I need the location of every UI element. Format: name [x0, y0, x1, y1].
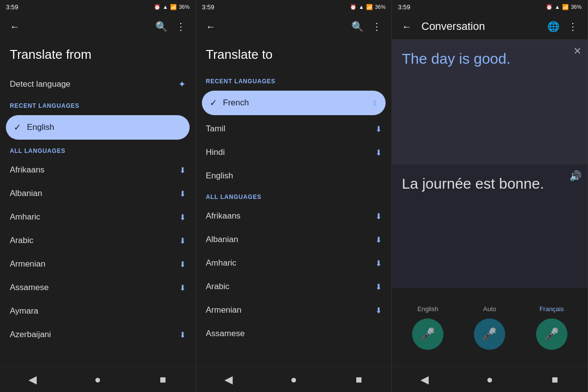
- status-icons-1: ⏰ ▲ 📶 36%: [154, 4, 190, 10]
- mic-button-auto[interactable]: 🎤: [474, 318, 505, 350]
- lang-name: English: [206, 171, 233, 181]
- back-nav-2[interactable]: ◀: [214, 370, 244, 390]
- more-icon-3[interactable]: ⋮: [564, 18, 582, 35]
- source-text-box: The day is good. ✕: [392, 39, 588, 164]
- back-button-2[interactable]: ←: [202, 18, 220, 35]
- page-title-2: Translate to: [196, 39, 392, 72]
- list-item[interactable]: Amharic ⬇: [196, 251, 392, 275]
- mic-icon-auto: 🎤: [482, 327, 497, 341]
- download-icon[interactable]: ⬇: [179, 189, 186, 198]
- mic-section: English Auto Français 🎤 🎤 🎤: [392, 288, 588, 367]
- back-nav-1[interactable]: ◀: [18, 370, 48, 390]
- more-icon-1[interactable]: ⋮: [172, 18, 190, 35]
- search-icon-1[interactable]: 🔍: [152, 18, 170, 35]
- lang-name: Arabic: [206, 282, 229, 292]
- list-item[interactable]: Assamese ⬇: [0, 276, 196, 299]
- list-item[interactable]: Albanian ⬇: [196, 228, 392, 251]
- signal-icon-3: 📶: [562, 4, 569, 10]
- home-nav-1[interactable]: ●: [83, 370, 113, 390]
- list-item[interactable]: Azerbaijani ⬇: [0, 323, 196, 346]
- list-item[interactable]: English: [196, 164, 392, 188]
- lang-name: Assamese: [10, 283, 49, 293]
- lang-name: Assamese: [206, 329, 245, 339]
- mic-label-english: English: [403, 305, 452, 313]
- status-icons-2: ⏰ ▲ 📶 36%: [350, 4, 386, 10]
- download-icon[interactable]: ⬇: [179, 260, 186, 269]
- back-button-1[interactable]: ←: [6, 18, 24, 35]
- download-icon[interactable]: ⬇: [375, 124, 382, 134]
- download-icon[interactable]: ⬇: [179, 213, 186, 222]
- mic-labels: English Auto Français: [392, 305, 588, 313]
- status-time-2: 3:59: [202, 3, 214, 11]
- language-item-english-selected[interactable]: ✓ English: [6, 115, 190, 140]
- wifi-icon-2: ▲: [359, 4, 364, 10]
- back-button-3[interactable]: ←: [398, 18, 416, 35]
- status-time-1: 3:59: [6, 3, 18, 11]
- mic-button-french[interactable]: 🎤: [536, 318, 567, 350]
- download-icon[interactable]: ⬇: [179, 330, 186, 340]
- lang-name: Amharic: [206, 258, 236, 268]
- download-icon[interactable]: ⬇: [179, 166, 186, 175]
- home-nav-2[interactable]: ●: [279, 370, 309, 390]
- download-icon-french[interactable]: ⬇: [371, 98, 378, 108]
- page-title-1: Translate from: [0, 39, 196, 72]
- mic-icon-french: 🎤: [544, 327, 559, 341]
- list-item[interactable]: Amharic ⬇: [0, 205, 196, 229]
- all-label-1: ALL LANGUAGES: [0, 142, 196, 158]
- battery-text-2: 36%: [375, 4, 386, 10]
- list-item[interactable]: Armenian ⬇: [196, 298, 392, 322]
- list-item[interactable]: Tamil ⬇: [196, 117, 392, 141]
- language-item-french-selected[interactable]: ✓ French ⬇: [202, 91, 386, 115]
- detect-language-row[interactable]: Detect language ✦: [0, 72, 196, 97]
- back-nav-3[interactable]: ◀: [410, 370, 440, 390]
- speaker-icon[interactable]: 🔊: [569, 170, 582, 182]
- lang-name: Armenian: [10, 259, 46, 269]
- mic-button-english[interactable]: 🎤: [412, 318, 443, 350]
- nav-bar-2: ◀ ● ■: [196, 367, 392, 392]
- recents-nav-2[interactable]: ■: [344, 370, 374, 390]
- list-item[interactable]: Afrikaans ⬇: [196, 204, 392, 228]
- more-icon-2[interactable]: ⋮: [368, 18, 386, 35]
- battery-text-3: 36%: [571, 4, 582, 10]
- top-actions-1: 🔍 ⋮: [152, 18, 190, 35]
- download-icon[interactable]: ⬇: [179, 236, 186, 245]
- close-button[interactable]: ✕: [573, 45, 582, 57]
- nav-bar-3: ◀ ● ■: [392, 367, 588, 392]
- detect-language-label: Detect language: [10, 79, 71, 89]
- search-icon-2[interactable]: 🔍: [348, 18, 366, 35]
- conv-top-bar-right: 🌐 ⋮: [544, 18, 582, 35]
- alarm-icon: ⏰: [154, 4, 161, 10]
- download-icon[interactable]: ⬇: [375, 212, 382, 221]
- list-item[interactable]: Assamese: [196, 322, 392, 345]
- panel-translate-to: 3:59 ⏰ ▲ 📶 36% ← 🔍 ⋮ Translate to RECENT…: [196, 0, 392, 392]
- alarm-icon-3: ⏰: [546, 4, 553, 10]
- download-icon[interactable]: ⬇: [375, 235, 382, 245]
- top-bar-1: ← 🔍 ⋮: [0, 14, 196, 39]
- list-item[interactable]: Albanian ⬇: [0, 182, 196, 205]
- list-item[interactable]: Arabic ⬇: [196, 275, 392, 298]
- download-icon[interactable]: ⬇: [375, 259, 382, 268]
- home-nav-3[interactable]: ●: [475, 370, 505, 390]
- conv-title: Conversation: [421, 20, 485, 33]
- lang-name: Afrikaans: [10, 165, 45, 175]
- status-bar-2: 3:59 ⏰ ▲ 📶 36%: [196, 0, 392, 14]
- auto-detect-icon: ✦: [178, 79, 186, 90]
- list-item[interactable]: Aymara: [0, 299, 196, 323]
- lang-name-english: English: [27, 122, 54, 132]
- download-icon[interactable]: ⬇: [375, 306, 382, 315]
- translated-text-box: La journée est bonne. 🔊: [392, 164, 588, 289]
- recents-nav-3[interactable]: ■: [540, 370, 570, 390]
- list-item[interactable]: Arabic ⬇: [0, 229, 196, 252]
- list-item[interactable]: Hindi ⬇: [196, 141, 392, 164]
- download-icon[interactable]: ⬇: [375, 282, 382, 292]
- settings-icon[interactable]: 🌐: [544, 18, 562, 35]
- lang-name: Amharic: [10, 212, 40, 222]
- recents-nav-1[interactable]: ■: [148, 370, 178, 390]
- check-icon-french: ✓: [210, 98, 217, 108]
- download-icon[interactable]: ⬇: [375, 148, 382, 157]
- download-icon[interactable]: ⬇: [179, 283, 186, 293]
- panel-translate-from: 3:59 ⏰ ▲ 📶 36% ← 🔍 ⋮ Translate from Dete…: [0, 0, 196, 392]
- list-item[interactable]: Armenian ⬇: [0, 252, 196, 276]
- list-item[interactable]: Afrikaans ⬇: [0, 158, 196, 182]
- translated-text: La journée est bonne.: [402, 174, 544, 193]
